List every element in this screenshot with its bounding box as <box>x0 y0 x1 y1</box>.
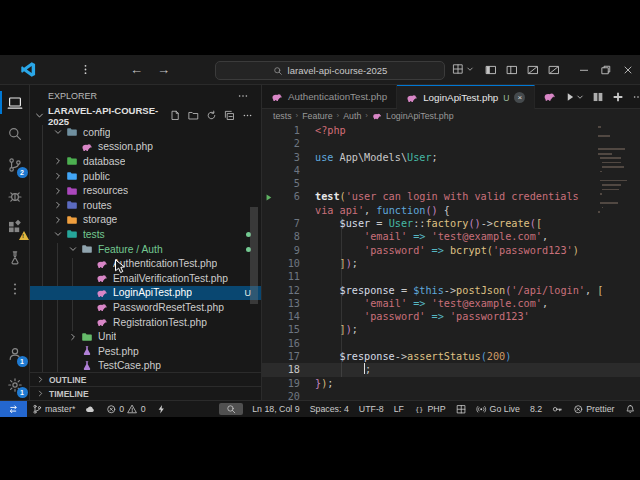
breadcrumb-item[interactable]: tests <box>273 111 292 121</box>
statusbar-indentation[interactable]: Spaces: 4 <box>305 401 354 417</box>
chevron-right-icon[interactable] <box>51 171 64 181</box>
folder-icon <box>64 185 80 197</box>
statusbar-zoom-indicator[interactable] <box>219 403 244 415</box>
line-number: 12 <box>275 284 300 297</box>
tree-item-emailverificationtest-php[interactable]: EmailVerificationTest.php <box>30 271 261 286</box>
statusbar-eol-sequence[interactable]: LF <box>389 401 409 417</box>
statusbar-problems[interactable]: 00 <box>101 401 151 417</box>
tree-item-testcase-php[interactable]: TestCase.php <box>30 359 261 374</box>
sidebar-scrollbar[interactable] <box>250 207 258 304</box>
tree-item-loginapitest-php[interactable]: LoginApiTest.phpU <box>30 286 261 301</box>
breadcrumb[interactable]: tests›Feature›Auth›LoginApiTest.php <box>262 109 640 122</box>
customize-layout-icon[interactable] <box>548 64 560 76</box>
tree-item-database[interactable]: database <box>30 154 261 169</box>
tree-item-unit[interactable]: Unit <box>30 329 261 344</box>
statusbar-php-version[interactable]: 8.2 <box>525 401 547 417</box>
close-tab-icon[interactable]: × <box>514 92 525 103</box>
layout-cross-button[interactable] <box>612 91 624 103</box>
minimize-button[interactable] <box>578 64 590 76</box>
new-folder-icon[interactable] <box>188 110 199 121</box>
run-button[interactable] <box>564 91 584 103</box>
explorer-more-icon[interactable] <box>237 90 249 102</box>
chevron-down-icon[interactable] <box>51 127 64 137</box>
statusbar-cursor-position[interactable]: Ln 18, Col 9 <box>247 401 304 417</box>
breadcrumb-file[interactable]: LoginApiTest.php <box>386 111 454 121</box>
tree-item-config[interactable]: config <box>30 125 261 140</box>
status-bar: master*00Ln 18, Col 9Spaces: 4UTF-8LF{}P… <box>0 400 640 417</box>
activitybar-explorer[interactable] <box>0 87 30 118</box>
tab-authenticationtest-php[interactable]: AuthenticationTest.php <box>262 85 397 108</box>
profile-grid-icon[interactable] <box>452 63 474 75</box>
statusbar-language-mode[interactable]: {}PHP <box>409 401 451 417</box>
statusbar-remote-indicator[interactable] <box>0 401 27 417</box>
chevron-right-icon[interactable] <box>51 200 64 210</box>
nav-back-button[interactable]: ← <box>130 62 143 77</box>
nav-forward-button[interactable]: → <box>157 62 170 77</box>
editor-actions <box>535 85 640 108</box>
workspace-root-row[interactable]: LARAVEL-API-COURSE-2025 <box>30 106 261 125</box>
breadcrumb-item[interactable]: Feature <box>302 111 332 121</box>
statusbar-encoding[interactable]: UTF-8 <box>354 401 389 417</box>
statusbar-prettier[interactable]: Prettier <box>568 401 620 417</box>
activitybar-source-control[interactable]: 2 <box>0 149 30 180</box>
more-actions-button[interactable] <box>632 91 640 103</box>
statusbar-notifications[interactable] <box>620 401 640 417</box>
statusbar-extension-grid[interactable] <box>451 401 472 417</box>
activitybar-settings[interactable]: 1 <box>0 369 30 400</box>
collapse-all-icon[interactable] <box>224 110 235 121</box>
activitybar-run-debug[interactable] <box>0 180 30 211</box>
tree-item-resources[interactable]: resources <box>30 183 261 198</box>
minimap[interactable] <box>598 126 636 220</box>
tree-item-session-php[interactable]: session.php <box>30 140 261 155</box>
toggle-sidebar-icon[interactable] <box>485 64 497 76</box>
section-timeline[interactable]: TIMELINE <box>30 386 261 400</box>
menu-icon[interactable] <box>79 63 92 76</box>
tree-item-pest-php[interactable]: Pest.php <box>30 344 261 359</box>
toggle-panel-icon[interactable] <box>506 64 518 76</box>
refresh-icon[interactable] <box>206 110 217 121</box>
chevron-right-icon[interactable] <box>51 156 64 166</box>
chevron-right-icon[interactable] <box>66 332 79 342</box>
tree-item-storage[interactable]: storage <box>30 213 261 228</box>
activitybar-search[interactable] <box>0 118 30 149</box>
tree-item-passwordresettest-php[interactable]: PasswordResetTest.php <box>30 300 261 315</box>
code-line: 8 'email' => 'test@example.com', <box>262 230 640 243</box>
breadcrumb-item[interactable]: Auth <box>343 111 361 121</box>
statusbar-go-live[interactable]: Go Live <box>471 401 525 417</box>
restore-button[interactable] <box>600 64 612 76</box>
line-number: 7 <box>275 217 300 230</box>
tree-item-tests[interactable]: tests <box>30 227 261 242</box>
run-test-icon[interactable] <box>262 190 275 203</box>
section-outline[interactable]: OUTLINE <box>30 372 261 386</box>
activitybar-testing[interactable] <box>0 242 30 273</box>
statusbar-git-branch[interactable]: master* <box>27 401 81 417</box>
php-elephant-action[interactable] <box>543 90 556 103</box>
statusbar-publish-changes[interactable] <box>80 401 101 417</box>
tab-bar: AuthenticationTest.phpLoginApiTest.phpU× <box>262 85 640 109</box>
chevron-right-icon[interactable] <box>51 215 64 225</box>
activitybar-more[interactable] <box>0 273 30 304</box>
close-button[interactable] <box>622 64 634 76</box>
tree-item-authenticationtest-php[interactable]: AuthenticationTest.php <box>30 256 261 271</box>
mouse-cursor <box>114 259 126 275</box>
tab-loginapitest-php[interactable]: LoginApiTest.phpU× <box>397 85 535 109</box>
statusbar-feedback-bolt[interactable] <box>151 401 172 417</box>
tree-item-registrationtest-php[interactable]: RegistrationTest.php <box>30 315 261 330</box>
chevron-down-icon[interactable] <box>66 244 79 254</box>
activitybar-extensions[interactable] <box>0 211 30 242</box>
title-bar: ← → laravel-api-course-2025 <box>0 55 640 85</box>
dotsH-icon[interactable] <box>242 110 253 121</box>
new-file-icon[interactable] <box>170 110 181 121</box>
toggle-secondary-sidebar-icon[interactable] <box>527 64 539 76</box>
tree-item-routes[interactable]: routes <box>30 198 261 213</box>
chevron-down-icon[interactable] <box>51 229 64 239</box>
chevron-right-icon[interactable] <box>51 186 64 196</box>
statusbar-key-binding[interactable] <box>547 401 568 417</box>
split-editor-button[interactable] <box>592 91 604 103</box>
command-center-search[interactable]: laravel-api-course-2025 <box>215 61 445 80</box>
activitybar-accounts[interactable]: 1 <box>0 338 30 369</box>
file-label: tests <box>83 229 105 240</box>
tree-item-feature-auth[interactable]: Feature / Auth <box>30 242 261 257</box>
tree-item-public[interactable]: public <box>30 169 261 184</box>
code-editor[interactable]: 1<?php23use App\Models\User;456test('use… <box>262 122 640 400</box>
